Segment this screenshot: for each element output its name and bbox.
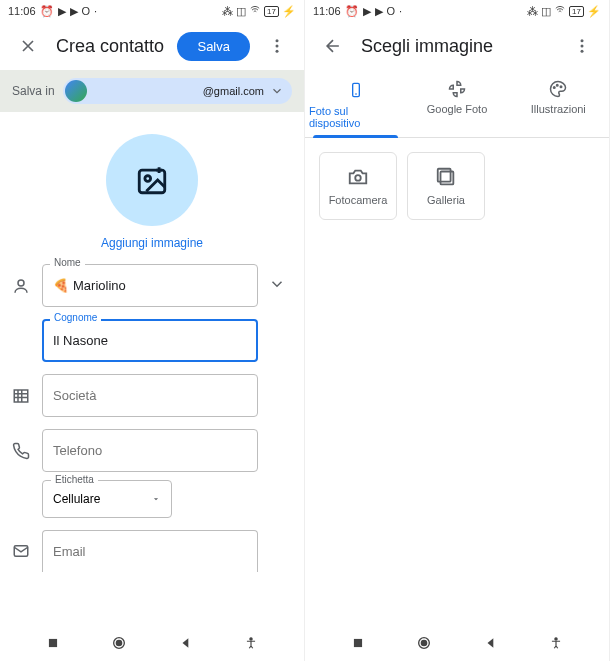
field-row-label: Etichetta Cellulare [0, 478, 304, 524]
phone-label-dropdown[interactable]: Etichetta Cellulare [42, 480, 172, 518]
field-row-name: Nome 🍕Mariolino [0, 258, 304, 313]
clock: 11:06 [8, 5, 36, 17]
expand-name-button[interactable] [268, 275, 290, 297]
tab-illustrations[interactable]: Illustrazioni [508, 70, 609, 137]
image-source-grid: Fotocamera Galleria [305, 138, 609, 234]
gallery-card[interactable]: Galleria [407, 152, 485, 220]
nav-home-icon[interactable] [111, 635, 127, 651]
phone-left: 11:06 ⏰ ▶ ▶ O · ⁂ ◫ 17 ⚡ Crea contatto S… [0, 0, 305, 661]
nav-recent-icon[interactable] [46, 636, 60, 650]
avatar [65, 80, 87, 102]
phone-icon [10, 442, 32, 460]
pizza-emoji: 🍕 [53, 278, 69, 293]
nav-back-icon[interactable] [484, 636, 498, 650]
back-button[interactable] [317, 30, 349, 62]
tab-label: Foto sul dispositivo [309, 105, 402, 129]
svg-point-14 [581, 50, 584, 53]
svg-point-18 [561, 86, 563, 88]
bluetooth-icon: ⁂ [527, 5, 538, 18]
svg-point-10 [117, 640, 122, 645]
nav-recent-icon[interactable] [351, 636, 365, 650]
svg-point-12 [581, 39, 584, 42]
more-vert-icon [573, 37, 591, 55]
svg-point-16 [554, 87, 556, 89]
tab-label: Google Foto [427, 103, 488, 115]
name-field-wrap: Nome 🍕Mariolino [42, 264, 258, 307]
status-right: ⁂ ◫ 17 ⚡ [527, 5, 601, 18]
company-input[interactable]: Società [42, 374, 258, 417]
status-right: ⁂ ◫ 17 ⚡ [222, 5, 296, 18]
opera-icon: O [82, 5, 91, 17]
email-icon [10, 542, 32, 560]
label-value: Cellulare [53, 492, 100, 506]
phone-field-wrap: Telefono [42, 429, 258, 472]
status-bar: 11:06 ⏰ ▶ ▶ O · ⁂ ◫ 17 ⚡ [305, 0, 609, 22]
svg-point-13 [581, 45, 584, 48]
camera-card[interactable]: Fotocamera [319, 152, 397, 220]
nav-accessibility-icon[interactable] [244, 636, 258, 650]
add-photo-button[interactable] [106, 134, 198, 226]
nav-home-icon[interactable] [416, 635, 432, 651]
app-header: Crea contatto Salva [0, 22, 304, 70]
add-image-icon [135, 163, 169, 197]
vibrate-icon: ◫ [236, 5, 246, 18]
camera-icon [347, 166, 369, 188]
svg-point-17 [557, 85, 559, 87]
surname-value: Il Nasone [53, 333, 108, 348]
play-icon: ▶ [70, 5, 78, 18]
overflow-button[interactable] [567, 31, 597, 61]
name-label: Nome [50, 257, 85, 268]
svg-point-24 [422, 640, 427, 645]
photo-section: Aggiungi immagine [0, 120, 304, 258]
phone-input[interactable]: Telefono [42, 429, 258, 472]
email-input[interactable]: Email [42, 530, 258, 572]
account-selector[interactable]: @gmail.com [63, 78, 292, 104]
overflow-button[interactable] [262, 31, 292, 61]
surname-field-wrap: Cognome Il Nasone [42, 319, 258, 362]
charging-icon: ⚡ [587, 5, 601, 18]
save-button[interactable]: Salva [177, 32, 250, 61]
label-caption: Etichetta [51, 474, 98, 485]
play-icon: ▶ [363, 5, 371, 18]
play-icon: ▶ [375, 5, 383, 18]
svg-point-19 [355, 175, 361, 181]
chevron-down-icon [270, 84, 284, 98]
tab-google-photos[interactable]: Google Foto [406, 70, 507, 137]
nav-bar [305, 625, 609, 661]
battery-icon: 17 [264, 6, 279, 17]
status-bar: 11:06 ⏰ ▶ ▶ O · ⁂ ◫ 17 ⚡ [0, 0, 304, 22]
page-title: Crea contatto [56, 36, 165, 57]
chevron-down-icon [268, 275, 286, 293]
bluetooth-icon: ⁂ [222, 5, 233, 18]
svg-point-11 [250, 638, 252, 640]
tab-device-photos[interactable]: Foto sul dispositivo [305, 70, 406, 137]
surname-input[interactable]: Il Nasone [42, 319, 258, 362]
tabs: Foto sul dispositivo Google Foto Illustr… [305, 70, 609, 138]
email-field-wrap: Email [42, 530, 258, 572]
battery-icon: 17 [569, 6, 584, 17]
status-left: 11:06 ⏰ ▶ ▶ O · [8, 5, 97, 18]
save-in-label: Salva in [12, 84, 55, 98]
phone-right: 11:06 ⏰ ▶ ▶ O · ⁂ ◫ 17 ⚡ Scegli immagine [305, 0, 610, 661]
tab-label: Illustrazioni [531, 103, 586, 115]
svg-point-5 [18, 280, 24, 286]
gallery-label: Galleria [427, 194, 465, 206]
clock: 11:06 [313, 5, 341, 17]
svg-point-4 [145, 176, 151, 182]
vibrate-icon: ◫ [541, 5, 551, 18]
nav-accessibility-icon[interactable] [549, 636, 563, 650]
charging-icon: ⚡ [282, 5, 296, 18]
close-button[interactable] [12, 30, 44, 62]
field-row-phone: Telefono [0, 423, 304, 478]
nav-back-icon[interactable] [179, 636, 193, 650]
name-input[interactable]: 🍕Mariolino [42, 264, 258, 307]
field-row-email: Email [0, 524, 304, 578]
add-image-label[interactable]: Aggiungi immagine [101, 236, 203, 250]
company-icon [10, 387, 32, 405]
more-vert-icon [268, 37, 286, 55]
nav-bar [0, 625, 304, 661]
google-photos-icon [448, 80, 466, 98]
svg-point-2 [276, 50, 279, 53]
camera-label: Fotocamera [329, 194, 388, 206]
surname-label: Cognome [50, 312, 101, 323]
